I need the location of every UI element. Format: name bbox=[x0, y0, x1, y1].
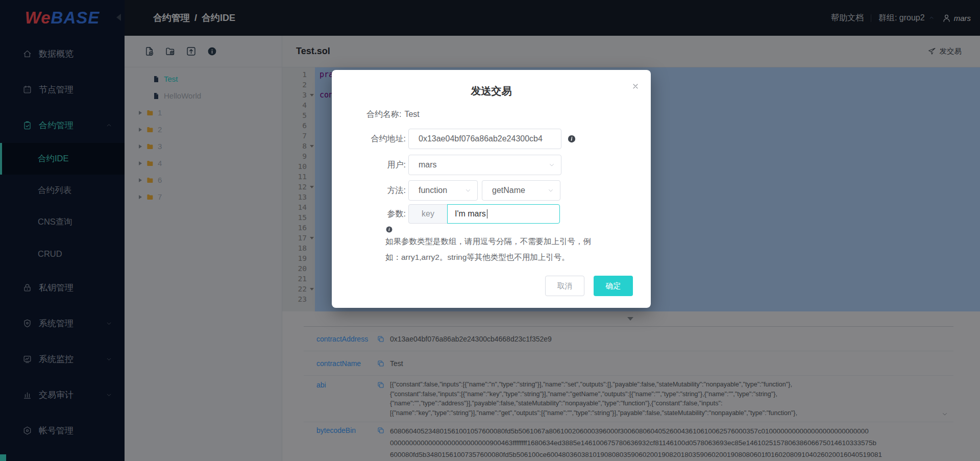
params-hint-line1: 如果参数类型是数组，请用逗号分隔，不需要加上引号，例 bbox=[385, 226, 625, 249]
contract-name-value: Test bbox=[404, 110, 419, 119]
method-type-select[interactable]: function bbox=[408, 180, 478, 201]
confirm-button[interactable]: 确定 bbox=[594, 276, 633, 296]
chevron-down-icon bbox=[464, 187, 472, 194]
close-icon[interactable] bbox=[631, 82, 640, 90]
chevron-down-icon bbox=[547, 187, 554, 194]
user-row: 用户: mars bbox=[366, 155, 561, 175]
webase-app: WeBASE 数据概览节点管理合约管理合约IDE合约列表CNS查询CRUD私钥管… bbox=[0, 0, 980, 461]
chevron-down-icon bbox=[548, 161, 555, 168]
send-transaction-dialog: 发送交易 合约名称: Test 合约地址: 0x13ae04bf076a86ab… bbox=[332, 70, 651, 308]
contract-address-input[interactable]: 0x13ae04bf076a86ab2e24300cb4 bbox=[408, 129, 561, 149]
param-key-prepend: key bbox=[408, 204, 448, 224]
address-info-icon[interactable] bbox=[567, 134, 576, 143]
contract-address-row: 合约地址: 0x13ae04bf076a86ab2e24300cb4 bbox=[366, 129, 576, 149]
method-label: 方法: bbox=[366, 185, 406, 196]
params-row: 参数: key I'm mars bbox=[366, 204, 560, 224]
method-name-value: getName bbox=[492, 186, 525, 195]
hint-text-1: 如果参数类型是数组，请用逗号分隔，不需要加上引号，例 bbox=[385, 237, 591, 246]
user-select[interactable]: mars bbox=[408, 155, 561, 175]
param-value-input[interactable]: I'm mars bbox=[447, 204, 560, 224]
contract-address-value: 0x13ae04bf076a86ab2e24300cb4 bbox=[419, 134, 543, 143]
method-row: 方法: function getName bbox=[366, 180, 560, 201]
method-name-select[interactable]: getName bbox=[482, 180, 560, 201]
params-label: 参数: bbox=[366, 209, 406, 220]
method-type-value: function bbox=[419, 186, 447, 195]
user-select-value: mars bbox=[419, 160, 437, 169]
contract-address-label: 合约地址: bbox=[366, 134, 406, 144]
cancel-button[interactable]: 取消 bbox=[545, 276, 584, 296]
contract-name-row: 合约名称: Test bbox=[366, 107, 420, 122]
params-hint: 如果参数类型是数组，请用逗号分隔，不需要加上引号，例 如：arry1,arry2… bbox=[385, 226, 625, 265]
params-hint-line2: 如：arry1,arry2。string等其他类型也不用加上引号。 bbox=[385, 249, 625, 265]
user-label: 用户: bbox=[366, 160, 406, 171]
dialog-title: 发送交易 bbox=[332, 84, 651, 98]
info-circle-icon bbox=[385, 226, 393, 233]
param-value-text: I'm mars bbox=[455, 209, 486, 219]
text-cursor bbox=[487, 209, 487, 219]
contract-name-label: 合约名称: bbox=[366, 109, 401, 120]
